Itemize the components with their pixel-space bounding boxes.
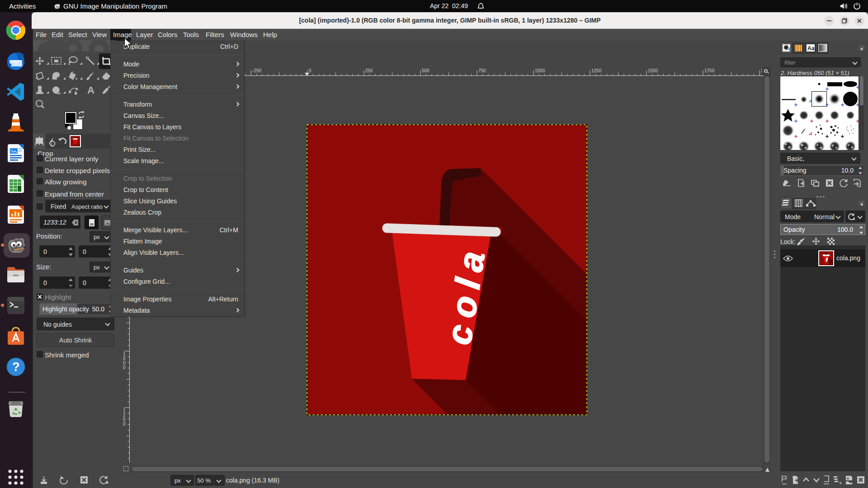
svg-text:0: 0 bbox=[309, 68, 311, 73]
svg-text:0: 0 bbox=[123, 422, 126, 427]
svg-text:500: 500 bbox=[422, 68, 429, 73]
svg-text:?: ? bbox=[12, 360, 20, 374]
svg-text:Aa: Aa bbox=[807, 45, 815, 52]
svg-text:-250: -250 bbox=[252, 68, 261, 73]
svg-text:1250: 1250 bbox=[591, 68, 602, 73]
svg-text:1750: 1750 bbox=[704, 68, 715, 73]
svg-text:750: 750 bbox=[478, 68, 486, 73]
svg-text:A: A bbox=[87, 84, 94, 96]
svg-text:1000: 1000 bbox=[535, 68, 545, 73]
svg-text:1500: 1500 bbox=[648, 68, 658, 73]
svg-text:0: 0 bbox=[123, 365, 126, 370]
svg-text:250: 250 bbox=[365, 68, 373, 73]
